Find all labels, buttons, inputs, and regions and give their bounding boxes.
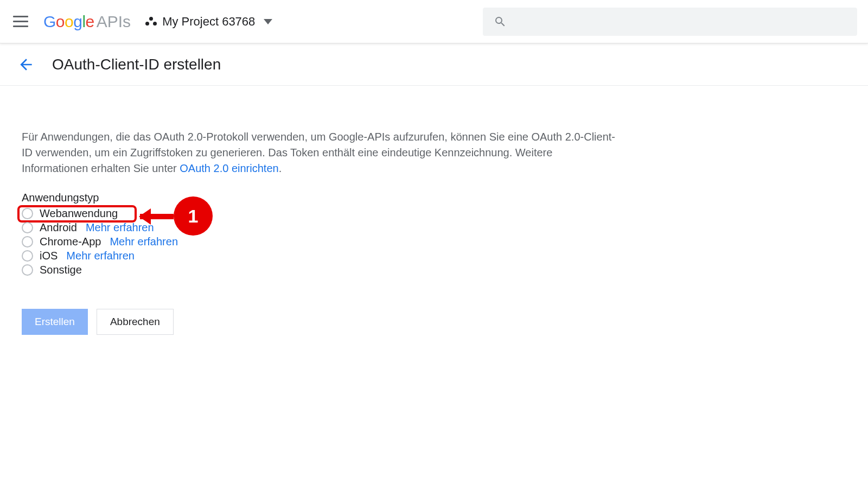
radio-circle-icon[interactable] xyxy=(22,250,33,262)
cancel-button[interactable]: Abbrechen xyxy=(97,309,174,335)
radio-circle-icon[interactable] xyxy=(22,264,33,276)
main-content: Für Anwendungen, die das OAuth 2.0-Proto… xyxy=(0,86,651,357)
radio-option-android[interactable]: Android Mehr erfahren xyxy=(22,221,629,234)
logo-suffix: APIs xyxy=(97,12,131,31)
radio-circle-icon[interactable] xyxy=(22,222,33,233)
application-type-label: Anwendungstyp xyxy=(22,192,629,204)
project-icon xyxy=(145,16,157,28)
learn-more-link[interactable]: Mehr erfahren xyxy=(110,236,178,248)
search-icon xyxy=(494,15,507,28)
radio-label: iOS xyxy=(40,250,58,262)
oauth-setup-link[interactable]: OAuth 2.0 einrichten xyxy=(180,162,278,174)
radio-circle-icon[interactable] xyxy=(22,208,33,219)
learn-more-link[interactable]: Mehr erfahren xyxy=(86,221,154,234)
radio-circle-icon[interactable] xyxy=(22,236,33,247)
description-text: Für Anwendungen, die das OAuth 2.0-Proto… xyxy=(22,129,618,176)
app-header: Google APIs My Project 63768 xyxy=(0,0,868,43)
learn-more-link[interactable]: Mehr erfahren xyxy=(66,250,135,262)
application-type-radio-group: 1 Webanwendung Android Mehr erfahren Chr… xyxy=(22,207,629,276)
description-post: . xyxy=(279,162,282,174)
hamburger-menu-icon[interactable] xyxy=(11,12,30,31)
description-pre: Für Anwendungen, die das OAuth 2.0-Proto… xyxy=(22,131,615,174)
radio-label: Chrome-App xyxy=(40,236,101,248)
back-arrow-icon[interactable] xyxy=(17,56,35,73)
radio-label: Webanwendung xyxy=(40,207,118,220)
search-box[interactable] xyxy=(483,8,857,36)
radio-option-sonstige[interactable]: Sonstige xyxy=(22,264,629,276)
button-row: Erstellen Abbrechen xyxy=(22,309,629,335)
radio-label: Sonstige xyxy=(40,264,82,276)
page-title: OAuth-Client-ID erstellen xyxy=(52,56,221,73)
project-selector[interactable]: My Project 63768 xyxy=(145,15,272,29)
project-name: My Project 63768 xyxy=(162,15,255,29)
page-titlebar: OAuth-Client-ID erstellen xyxy=(0,43,868,86)
radio-option-webanwendung[interactable]: 1 Webanwendung xyxy=(22,207,629,220)
radio-label: Android xyxy=(40,221,77,234)
radio-option-ios[interactable]: iOS Mehr erfahren xyxy=(22,250,629,262)
create-button[interactable]: Erstellen xyxy=(22,309,88,335)
radio-option-chrome-app[interactable]: Chrome-App Mehr erfahren xyxy=(22,236,629,248)
chevron-down-icon xyxy=(264,19,272,24)
google-apis-logo: Google APIs xyxy=(43,12,131,31)
